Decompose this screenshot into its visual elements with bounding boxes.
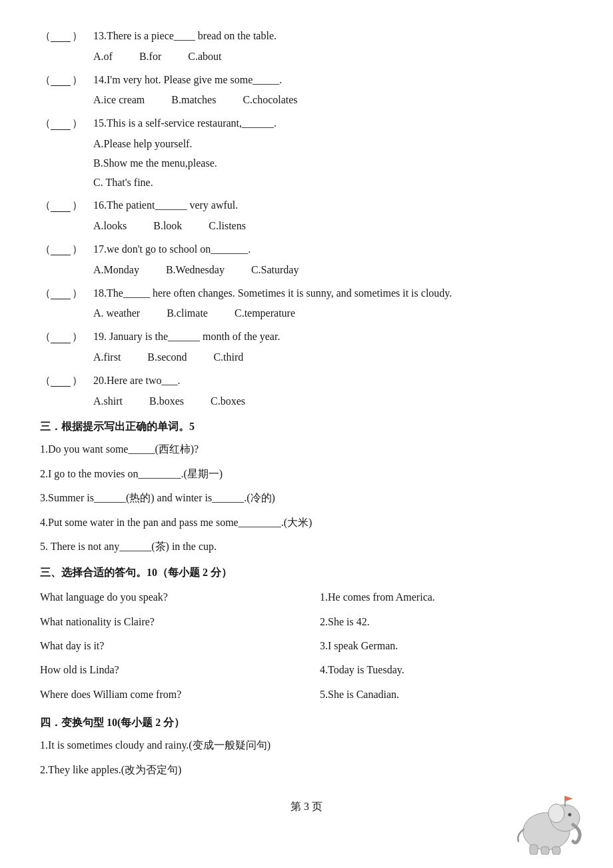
question-13: （） 13.There is a piece____ bread on the … [40,27,573,67]
q14-option-a: A.ice cream [93,91,145,110]
match-left-1: What language do you speak? [40,585,306,609]
q19-options: A.first B.second C.third [93,348,573,367]
question-15: （） 15.This is a self-service restaurant,… [40,114,573,192]
q20-bracket: （） [40,371,93,391]
q17-option-c: C.Saturday [251,261,299,280]
section-match-title: 三、选择合适的答句。10（每小题 2 分） [40,566,573,580]
q19-bracket: （） [40,327,93,347]
fill-item-2: 2.I go to the movies on________.(星期一) [40,464,573,484]
q13-text: 13.There is a piece____ bread on the tab… [93,27,573,46]
q19-text: 19. January is the______ month of the ye… [93,327,573,347]
match-right-4: 4.Today is Tuesday. [306,658,573,682]
q16-option-c: C.listens [209,217,246,236]
q15-option-c: C. That's fine. [93,173,573,193]
q20-option-c: C.boxes [211,392,245,411]
page-footer: 第 3 页 [40,800,573,814]
q19-option-b: B.second [147,348,187,367]
svg-rect-6 [552,847,560,855]
q15-options: A.Please help yourself. B.Show me the me… [93,135,573,192]
svg-point-2 [548,804,564,823]
q13-option-b: B.for [139,47,161,67]
q15-text: 15.This is a self-service restaurant,___… [93,114,573,133]
match-left-5: Where does William come from? [40,683,306,707]
match-left-4: How old is Linda? [40,658,306,682]
match-row-3: What day is it? 3.I speak German. [40,634,573,658]
q20-option-b: B.boxes [149,392,184,411]
question-19: （） 19. January is the______ month of the… [40,327,573,367]
match-right-3: 3.I speak German. [306,634,573,658]
q13-bracket: （） [40,27,93,46]
q13-options: A.of B.for C.about [93,47,573,67]
question-18: （） 18.The_____ here often changes. Somet… [40,284,573,324]
match-row-4: How old is Linda? 4.Today is Tuesday. [40,658,573,682]
match-right-5: 5.She is Canadian. [306,683,573,707]
fill-item-1: 1.Do you want some_____(西红柿)? [40,439,573,459]
match-left-2: What nationality is Claire? [40,610,306,634]
q20-option-a: A.shirt [93,392,123,411]
fill-item-5: 5. There is not any______(茶) in the cup. [40,537,573,557]
q20-options: A.shirt B.boxes C.boxes [93,392,573,411]
match-row-1: What language do you speak? 1.He comes f… [40,585,573,609]
q15-option-b: B.Show me the menu,please. [93,154,573,173]
q18-option-b: B.climate [167,304,208,323]
match-row-2: What nationality is Claire? 2.She is 42. [40,610,573,634]
section3-title: 三．根据提示写出正确的单词。5 [40,420,573,434]
question-20: （） 20.Here are two___. A.shirt B.boxes C… [40,371,573,411]
fill-item-3: 3.Summer is______(热的) and winter is_____… [40,488,573,508]
q13-option-a: A.of [93,47,113,67]
match-right-2: 2.She is 42. [306,610,573,634]
q18-bracket: （） [40,284,93,303]
elephant-illustration [506,788,586,855]
question-17: （） 17.we don't go to school on_______. A… [40,240,573,280]
q16-bracket: （） [40,196,93,215]
q14-options: A.ice cream B.matches C.chocolates [93,91,573,110]
q17-bracket: （） [40,240,93,259]
q14-bracket: （） [40,71,93,90]
q13-option-c: C.about [188,47,221,67]
fill-item-4: 4.Put some water in the pan and pass me … [40,513,573,533]
q16-option-a: A.looks [93,217,127,236]
match-table: What language do you speak? 1.He comes f… [40,585,573,707]
q14-text: 14.I'm very hot. Please give me some____… [93,71,573,90]
q18-options: A. weather B.climate C.temperature [93,304,573,323]
q16-option-b: B.look [153,217,182,236]
q17-options: A.Monday B.Wednesday C.Saturday [93,261,573,280]
question-16: （） 16.The patient______ very awful. A.lo… [40,196,573,236]
q20-text: 20.Here are two___. [93,371,573,391]
q15-option-a: A.Please help yourself. [93,135,573,154]
section4-title: 四．变换句型 10(每小题 2 分） [40,716,573,730]
svg-rect-4 [530,845,538,855]
main-content: （） 13.There is a piece____ bread on the … [40,27,573,814]
sentence-2: 2.They like apples.(改为否定句) [40,760,573,780]
q16-options: A.looks B.look C.listens [93,217,573,236]
q14-option-b: B.matches [171,91,216,110]
match-right-1: 1.He comes from America. [306,585,573,609]
q15-bracket: （） [40,114,93,133]
svg-point-3 [568,813,572,817]
q17-text: 17.we don't go to school on_______. [93,240,573,259]
svg-marker-8 [565,796,573,801]
q16-text: 16.The patient______ very awful. [93,196,573,215]
q19-option-a: A.first [93,348,121,367]
q18-option-c: C.temperature [235,304,295,323]
q14-option-c: C.chocolates [243,91,297,110]
svg-rect-5 [541,847,549,855]
q18-option-a: A. weather [93,304,140,323]
q17-option-a: A.Monday [93,261,139,280]
sentence-1: 1.It is sometimes cloudy and rainy.(变成一般… [40,735,573,755]
q18-text: 18.The_____ here often changes. Sometime… [93,284,573,303]
match-left-3: What day is it? [40,634,306,658]
match-row-5: Where does William come from? 5.She is C… [40,683,573,707]
q19-option-c: C.third [213,348,243,367]
question-14: （） 14.I'm very hot. Please give me some_… [40,71,573,111]
q17-option-b: B.Wednesday [166,261,225,280]
